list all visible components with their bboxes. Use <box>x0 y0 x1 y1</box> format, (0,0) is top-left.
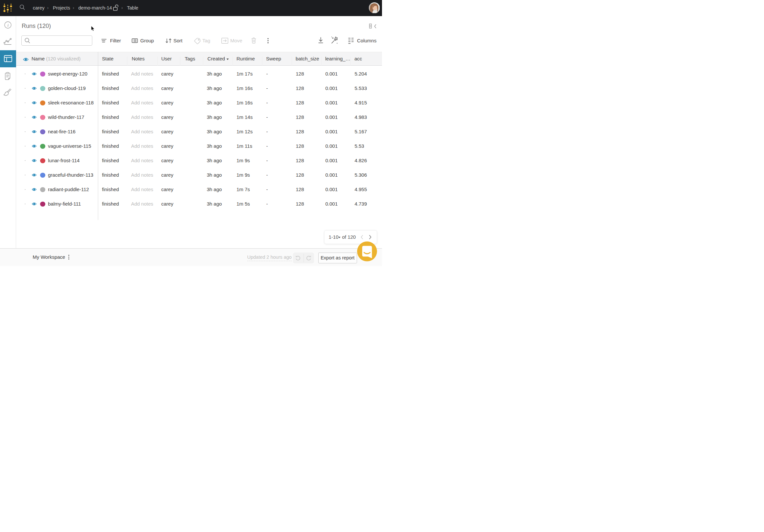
svg-text:i: i <box>7 22 9 27</box>
